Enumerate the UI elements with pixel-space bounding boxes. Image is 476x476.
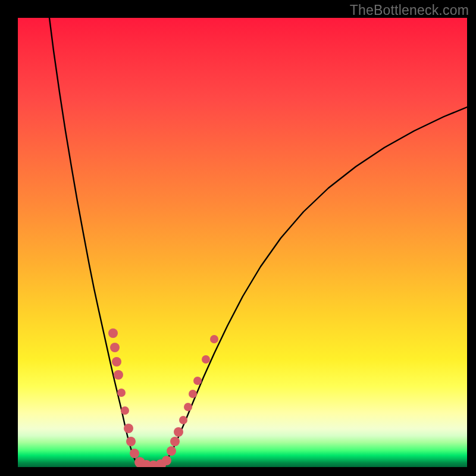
sample-marker [162, 456, 171, 465]
sample-marker [121, 406, 129, 415]
sample-marker [126, 437, 136, 446]
sample-marker [110, 343, 120, 352]
sample-marker [202, 355, 210, 364]
sample-marker [193, 377, 202, 385]
sample-marker [184, 403, 192, 411]
curve-layer [18, 18, 467, 467]
sample-marker [130, 449, 139, 458]
sample-marker [189, 390, 197, 398]
marker-group [108, 328, 218, 467]
sample-marker [112, 357, 121, 367]
sample-marker [108, 328, 118, 338]
sample-marker [167, 446, 176, 456]
sample-marker [170, 437, 180, 446]
sample-marker [117, 389, 126, 397]
bottleneck-curve [49, 18, 467, 466]
sample-marker [174, 427, 183, 437]
watermark-text: TheBottleneck.com [350, 2, 469, 18]
sample-marker [179, 416, 187, 424]
plot-area [18, 18, 467, 467]
sample-marker [114, 370, 123, 380]
sample-marker [124, 424, 133, 433]
sample-marker [210, 335, 218, 343]
chart-frame: TheBottleneck.com [0, 0, 476, 476]
